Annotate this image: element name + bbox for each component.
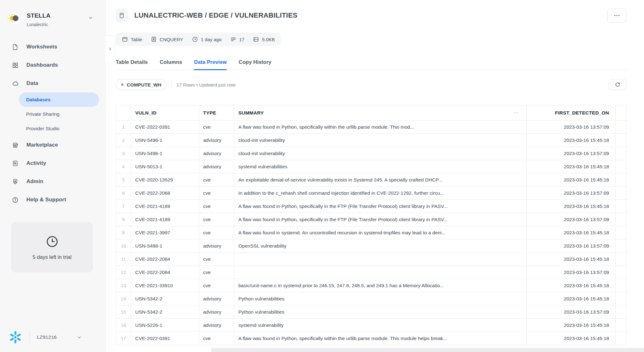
cell-type[interactable]: advisory xyxy=(199,319,234,332)
cell-type[interactable]: cve xyxy=(199,279,234,292)
cell-first-detected-on[interactable]: 2023-03-16 15:45:18 xyxy=(527,226,616,239)
tab-columns[interactable]: Columns xyxy=(160,59,182,70)
sidebar-item-worksheets[interactable]: Worksheets xyxy=(0,38,105,56)
cell-type[interactable]: cve xyxy=(199,187,234,200)
warehouse-selector[interactable]: COMPUTE_WH xyxy=(116,79,167,90)
trial-status-card[interactable]: 5 days left in trial xyxy=(11,222,93,272)
table-row[interactable]: 14 USN-5342-2 advisory Python vulnerabil… xyxy=(116,292,627,305)
cell-first-detected-on[interactable]: 2023-03-16 15:45:18 xyxy=(527,160,616,173)
refresh-button[interactable] xyxy=(608,79,627,90)
cell-summary[interactable]: OpenSSL vulnerability xyxy=(234,239,527,253)
table-row[interactable]: 8 CVE-2021-4189 cve A flaw was found in … xyxy=(116,213,627,226)
cell-type[interactable]: cve xyxy=(199,213,234,226)
cell-vuln-id[interactable]: CVE-2022-2084 xyxy=(131,253,199,266)
cell-summary[interactable]: basic/unit-name.c in systemd prior to 24… xyxy=(234,279,527,292)
table-row[interactable]: 17 CVE-2022-0391 cve A flaw was found in… xyxy=(116,332,627,345)
table-row[interactable]: 5 CVE-2020-13529 cve An exploitable deni… xyxy=(116,173,627,187)
cell-first-detected-on[interactable]: 2023-03-16 15:45:18 xyxy=(527,134,616,147)
sidebar-item-dashboards[interactable]: Dashboards xyxy=(0,56,105,74)
cell-summary[interactable]: A flaw was found in Python, specifically… xyxy=(234,213,527,226)
table-row[interactable]: 4 USN-5013-1 advisory systemd vulnerabil… xyxy=(116,160,627,173)
cell-summary[interactable]: Python vulnerabilities xyxy=(234,292,527,305)
tab-copy-history[interactable]: Copy History xyxy=(239,59,271,70)
table-row[interactable]: 15 USN-5342-2 advisory Python vulnerabil… xyxy=(116,305,627,319)
cell-vuln-id[interactable]: CVE-2022-2068 xyxy=(131,187,199,200)
sidebar-item-marketplace[interactable]: Marketplace xyxy=(0,136,105,154)
sidebar-item-databases[interactable]: Databases xyxy=(19,92,99,107)
cell-first-detected-on[interactable]: 2023-03-16 13:57:09 xyxy=(527,120,616,134)
sidebar-collapse-handle[interactable] xyxy=(105,35,115,63)
cell-first-detected-on[interactable]: 2023-03-16 15:45:18 xyxy=(527,253,616,266)
account-switcher[interactable]: STELLA Lunalectric xyxy=(0,0,105,27)
cell-vuln-id[interactable]: CVE-2022-0391 xyxy=(131,120,199,134)
cell-vuln-id[interactable]: CVE-2022-2084 xyxy=(131,266,199,279)
cell-summary[interactable] xyxy=(234,266,527,279)
column-header-summary[interactable]: SUMMARY xyxy=(234,105,527,120)
column-header-type[interactable]: TYPE xyxy=(199,105,234,120)
cell-summary[interactable]: systemd vulnerability xyxy=(234,319,527,332)
table-row[interactable]: 7 CVE-2021-4189 cve A flaw was found in … xyxy=(116,200,627,213)
cell-type[interactable]: cve xyxy=(199,173,234,187)
cell-summary[interactable]: Python vulnerabilities xyxy=(234,305,527,319)
cell-first-detected-on[interactable]: 2023-03-16 15:45:18 xyxy=(527,292,616,305)
cell-summary[interactable]: In addition to the c_rehash shell comman… xyxy=(234,187,527,200)
cell-summary[interactable]: cloud-init vulnerability xyxy=(234,134,527,147)
cell-vuln-id[interactable]: USN-5013-1 xyxy=(131,160,199,173)
cell-first-detected-on[interactable]: 2023-03-16 13:57:09 xyxy=(527,305,616,319)
cell-first-detected-on[interactable]: 2023-03-16 15:45:18 xyxy=(527,332,616,345)
cell-vuln-id[interactable]: CVE-2021-4189 xyxy=(131,213,199,226)
cell-summary[interactable]: A flaw was found in Python, specifically… xyxy=(234,120,527,134)
sidebar-item-admin[interactable]: Admin xyxy=(0,172,105,191)
table-row[interactable]: 13 CVE-2021-33910 cve basic/unit-name.c … xyxy=(116,279,627,292)
cell-summary[interactable]: cloud-init vulnerability xyxy=(234,147,527,160)
more-actions-button[interactable] xyxy=(607,8,627,23)
column-header-vuln-id[interactable]: VULN_ID xyxy=(131,105,199,120)
table-row[interactable]: 9 CVE-2021-3997 cve A flaw was found in … xyxy=(116,226,627,239)
table-row[interactable]: 16 USN-5226-1 advisory systemd vulnerabi… xyxy=(116,319,627,332)
table-row[interactable]: 1 CVE-2022-0391 cve A flaw was found in … xyxy=(116,120,627,134)
cell-vuln-id[interactable]: USN-5488-1 xyxy=(131,239,199,253)
table-row[interactable]: 2 USN-5496-1 advisory cloud-init vulnera… xyxy=(116,134,627,147)
cell-vuln-id[interactable]: USN-5496-1 xyxy=(131,147,199,160)
cell-vuln-id[interactable]: USN-5342-2 xyxy=(131,305,199,319)
cell-type[interactable]: cve xyxy=(199,226,234,239)
tab-data-preview[interactable]: Data Preview xyxy=(194,59,227,70)
cell-summary[interactable] xyxy=(234,253,527,266)
cell-summary[interactable]: systemd vulnerabilities xyxy=(234,160,527,173)
sidebar-item-data[interactable]: Data xyxy=(0,74,105,92)
cell-type[interactable]: cve xyxy=(199,200,234,213)
cell-type[interactable]: cve xyxy=(199,332,234,345)
cell-vuln-id[interactable]: CVE-2021-3997 xyxy=(131,226,199,239)
cell-first-detected-on[interactable]: 2023-03-16 13:57:09 xyxy=(527,213,616,226)
sidebar-item-help-support[interactable]: Help & Support xyxy=(0,191,105,209)
cell-first-detected-on[interactable]: 2023-03-16 15:45:18 xyxy=(527,200,616,213)
cell-first-detected-on[interactable]: 2023-03-16 15:45:18 xyxy=(527,279,616,292)
cell-summary[interactable]: A flaw was found in Python, specifically… xyxy=(234,200,527,213)
cell-type[interactable]: advisory xyxy=(199,305,234,319)
table-row[interactable]: 3 USN-5496-1 advisory cloud-init vulnera… xyxy=(116,147,627,160)
cell-first-detected-on[interactable]: 2023-03-16 13:57:09 xyxy=(527,187,616,200)
sidebar-item-provider-studio[interactable]: Provider Studio xyxy=(19,121,99,136)
cell-type[interactable]: advisory xyxy=(199,134,234,147)
cell-type[interactable]: advisory xyxy=(199,239,234,253)
table-row[interactable]: 11 CVE-2022-2084 cve 2023-03-16 15:45:18 xyxy=(116,253,627,266)
cell-vuln-id[interactable]: USN-5226-1 xyxy=(131,319,199,332)
cell-vuln-id[interactable]: CVE-2021-33910 xyxy=(131,279,199,292)
column-header-first-detected-on[interactable]: FIRST_DETECTED_ON xyxy=(527,105,616,120)
cell-vuln-id[interactable]: CVE-2021-4189 xyxy=(131,200,199,213)
table-row[interactable]: 10 USN-5488-1 advisory OpenSSL vulnerabi… xyxy=(116,239,627,253)
sidebar-item-private-sharing[interactable]: Private Sharing xyxy=(19,107,99,121)
cell-first-detected-on[interactable]: 2023-03-16 15:45:18 xyxy=(527,319,616,332)
horizontal-scrollbar-track[interactable] xyxy=(211,348,644,352)
sidebar-item-activity[interactable]: Activity xyxy=(0,154,105,172)
tab-table-details[interactable]: Table Details xyxy=(116,59,148,70)
cell-vuln-id[interactable]: USN-5496-1 xyxy=(131,134,199,147)
cell-type[interactable]: cve xyxy=(199,253,234,266)
table-row[interactable]: 6 CVE-2022-2068 cve In addition to the c… xyxy=(116,187,627,200)
cell-type[interactable]: advisory xyxy=(199,160,234,173)
cell-type[interactable]: cve xyxy=(199,120,234,134)
cell-summary[interactable]: An exploitable denial-of-service vulnera… xyxy=(234,173,527,187)
cell-type[interactable]: cve xyxy=(199,266,234,279)
cell-type[interactable]: advisory xyxy=(199,147,234,160)
cell-vuln-id[interactable]: CVE-2020-13529 xyxy=(131,173,199,187)
